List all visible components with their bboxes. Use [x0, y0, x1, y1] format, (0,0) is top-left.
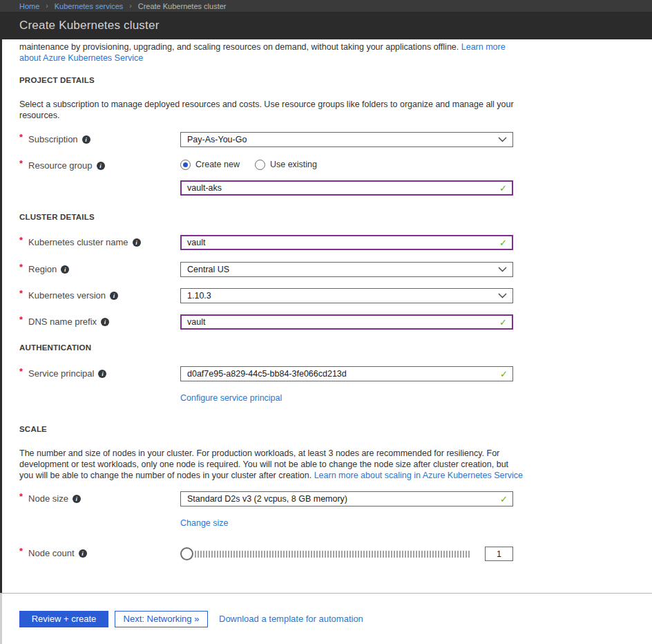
- service-principal-field[interactable]: d0af7e95-a829-44c5-bb84-3fe066cd213d ✓: [180, 366, 513, 381]
- radio-use-existing[interactable]: Use existing: [255, 160, 317, 170]
- page-title: Create Kubernetes cluster: [19, 19, 160, 32]
- valid-check-icon: ✓: [499, 183, 507, 193]
- project-details-heading: PROJECT DETAILS: [19, 76, 633, 84]
- chevron-down-icon: [498, 267, 507, 272]
- next-networking-button[interactable]: Next: Networking »: [115, 611, 208, 627]
- radio-selected-icon: [180, 160, 191, 170]
- node-size-field[interactable]: Standard D2s v3 (2 vcpus, 8 GB memory) ✓: [180, 491, 513, 506]
- node-size-label: * Node size i: [19, 491, 180, 504]
- valid-check-icon: ✓: [499, 238, 507, 248]
- info-icon: i: [133, 238, 141, 247]
- valid-check-icon: ✓: [500, 369, 508, 379]
- kubernetes-version-row: * Kubernetes version i 1.10.3: [19, 288, 633, 303]
- scale-description: The number and size of nodes in your clu…: [19, 448, 524, 481]
- form-footer: Review + create Next: Networking » Downl…: [0, 593, 652, 644]
- region-label: * Region i: [19, 262, 180, 274]
- node-count-input[interactable]: [485, 547, 513, 561]
- info-icon: i: [73, 495, 81, 503]
- learn-more-scaling-link[interactable]: Learn more about scaling in Azure Kubern…: [314, 471, 523, 480]
- valid-check-icon: ✓: [499, 317, 507, 328]
- subscription-label: * Subscription i: [19, 132, 180, 144]
- dns-prefix-field[interactable]: vault ✓: [180, 314, 513, 330]
- project-details-description: Select a subscription to manage deployed…: [19, 99, 515, 121]
- info-icon: i: [98, 370, 106, 378]
- change-size-row: Change size: [19, 516, 633, 529]
- node-count-row: * Node count i: [19, 546, 633, 562]
- radio-create-new[interactable]: Create new: [180, 160, 240, 170]
- cluster-details-heading: CLUSTER DETAILS: [19, 213, 633, 221]
- blade-title-bar: Create Kubernetes cluster: [0, 12, 652, 39]
- kubernetes-version-label: * Kubernetes version i: [19, 288, 180, 301]
- resource-group-label: * Resource group i: [19, 158, 180, 171]
- service-principal-value: d0af7e95-a829-44c5-bb84-3fe066cd213d: [187, 369, 347, 379]
- cluster-name-row: * Kubernetes cluster name i vault ✓: [19, 235, 633, 250]
- change-size-link[interactable]: Change size: [180, 518, 229, 528]
- region-value: Central US: [187, 265, 229, 274]
- info-icon: i: [110, 292, 118, 300]
- required-asterisk: *: [19, 158, 23, 169]
- subscription-row: * Subscription i Pay-As-You-Go: [19, 132, 633, 147]
- slider-handle[interactable]: [180, 547, 193, 560]
- chevron-right-icon: ›: [46, 2, 48, 10]
- node-count-label: * Node count i: [19, 546, 180, 558]
- download-template-link[interactable]: Download a template for automation: [219, 614, 363, 624]
- dns-prefix-label: * DNS name prefix i: [19, 314, 180, 327]
- info-icon: i: [97, 162, 105, 170]
- kubernetes-version-dropdown[interactable]: 1.10.3: [180, 288, 513, 303]
- dns-prefix-value: vault: [187, 317, 205, 327]
- cluster-name-field[interactable]: vault ✓: [180, 235, 513, 250]
- breadcrumb: Home › Kubernetes services › Create Kube…: [0, 0, 652, 12]
- subscription-value: Pay-As-You-Go: [187, 135, 247, 144]
- intro-text: maintenance by provisioning, upgrading, …: [19, 41, 515, 64]
- subscription-dropdown[interactable]: Pay-As-You-Go: [180, 132, 513, 147]
- info-icon: i: [79, 549, 87, 558]
- breadcrumb-home-link[interactable]: Home: [19, 2, 39, 10]
- configure-service-principal-link[interactable]: Configure service principal: [180, 393, 282, 403]
- chevron-right-icon: ›: [129, 2, 131, 10]
- intro-text-body: maintenance by provisioning, upgrading, …: [19, 42, 459, 52]
- info-icon: i: [101, 318, 109, 326]
- resource-group-row: * Resource group i Create new Use existi…: [19, 158, 633, 196]
- required-asterisk: *: [19, 288, 23, 299]
- kubernetes-version-value: 1.10.3: [187, 291, 211, 301]
- info-icon: i: [61, 265, 69, 274]
- region-dropdown[interactable]: Central US: [180, 262, 513, 277]
- create-cluster-form: maintenance by provisioning, upgrading, …: [0, 39, 652, 593]
- required-asterisk: *: [19, 546, 23, 556]
- required-asterisk: *: [19, 235, 23, 245]
- slider-track[interactable]: [195, 551, 470, 558]
- breadcrumb-current-page: Create Kubernetes cluster: [138, 2, 227, 10]
- review-create-button[interactable]: Review + create: [19, 611, 108, 627]
- chevron-down-icon: [498, 137, 507, 142]
- resource-group-radio-group: Create new Use existing: [180, 158, 513, 171]
- node-count-slider: [180, 546, 513, 562]
- configure-sp-row: Configure service principal: [19, 391, 633, 404]
- breadcrumb-kubernetes-services-link[interactable]: Kubernetes services: [55, 2, 124, 10]
- node-size-value: Standard D2s v3 (2 vcpus, 8 GB memory): [187, 494, 347, 504]
- resource-group-name-value: vault-aks: [187, 183, 222, 193]
- required-asterisk: *: [19, 314, 23, 325]
- dns-prefix-row: * DNS name prefix i vault ✓: [19, 314, 633, 330]
- cluster-name-label: * Kubernetes cluster name i: [19, 235, 180, 247]
- cluster-name-value: vault: [187, 238, 205, 247]
- info-icon: i: [82, 135, 90, 144]
- required-asterisk: *: [19, 132, 23, 142]
- authentication-heading: AUTHENTICATION: [19, 343, 633, 352]
- valid-check-icon: ✓: [500, 494, 508, 504]
- resource-group-name-field[interactable]: vault-aks ✓: [180, 180, 513, 196]
- chevron-down-icon: [498, 293, 507, 299]
- scale-heading: SCALE: [19, 425, 633, 433]
- required-asterisk: *: [19, 491, 23, 502]
- radio-unselected-icon: [255, 160, 265, 170]
- required-asterisk: *: [19, 366, 23, 377]
- required-asterisk: *: [19, 262, 23, 272]
- service-principal-row: * Service principal i d0af7e95-a829-44c5…: [19, 366, 633, 381]
- service-principal-label: * Service principal i: [19, 366, 180, 379]
- node-size-row: * Node size i Standard D2s v3 (2 vcpus, …: [19, 491, 633, 506]
- region-row: * Region i Central US: [19, 262, 633, 277]
